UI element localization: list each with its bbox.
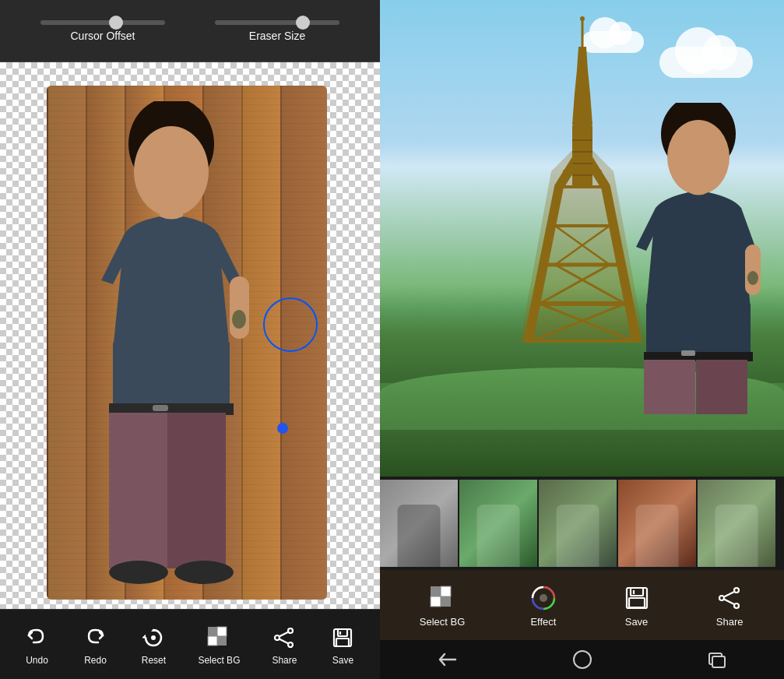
save-icon-left bbox=[329, 624, 357, 652]
svg-rect-51 bbox=[629, 598, 645, 607]
svg-rect-7 bbox=[109, 413, 167, 568]
home-button[interactable] bbox=[571, 649, 593, 670]
reset-button[interactable]: Reset bbox=[130, 617, 177, 672]
svg-rect-5 bbox=[113, 343, 230, 405]
share-icon-left bbox=[270, 624, 298, 652]
back-button[interactable] bbox=[437, 649, 459, 670]
redo-icon bbox=[81, 624, 109, 652]
thumbnail-4[interactable] bbox=[618, 480, 696, 567]
svg-rect-8 bbox=[167, 413, 226, 568]
svg-point-4 bbox=[232, 310, 246, 329]
svg-rect-46 bbox=[441, 596, 451, 607]
svg-rect-45 bbox=[431, 596, 441, 607]
svg-point-53 bbox=[734, 588, 739, 593]
cursor-offset-thumb[interactable] bbox=[109, 16, 123, 30]
svg-point-55 bbox=[719, 596, 724, 600]
svg-rect-43 bbox=[431, 586, 441, 596]
select-bg-button-left[interactable]: Select BG bbox=[188, 617, 249, 672]
reset-label: Reset bbox=[142, 655, 166, 666]
thumbnail-5[interactable] bbox=[698, 480, 775, 567]
svg-point-11 bbox=[174, 561, 234, 584]
select-bg-label: Select BG bbox=[420, 616, 466, 628]
save-button-right[interactable]: Save bbox=[606, 577, 667, 634]
select-bg-icon bbox=[427, 583, 457, 613]
cloud-1 bbox=[659, 47, 753, 78]
svg-rect-60 bbox=[712, 656, 725, 667]
svg-rect-36 bbox=[745, 245, 761, 295]
svg-line-20 bbox=[279, 632, 289, 636]
redo-label: Redo bbox=[84, 655, 107, 666]
svg-point-28 bbox=[580, 16, 585, 21]
thumbnail-3[interactable] bbox=[539, 480, 617, 567]
save-icon-right bbox=[622, 583, 652, 613]
svg-rect-23 bbox=[338, 629, 347, 636]
main-photo-area bbox=[380, 0, 784, 477]
cursor-offset-label: Cursor Offset bbox=[71, 30, 135, 42]
left-panel: Cursor Offset Eraser Size bbox=[0, 0, 380, 679]
thumbnail-strip bbox=[380, 477, 784, 570]
eraser-size-label: Eraser Size bbox=[249, 30, 305, 42]
svg-rect-38 bbox=[646, 304, 751, 354]
recent-apps-button[interactable] bbox=[706, 649, 728, 670]
canvas-area[interactable] bbox=[0, 62, 380, 609]
effect-button[interactable]: Effect bbox=[513, 577, 574, 634]
svg-point-58 bbox=[574, 651, 591, 668]
left-bottom-toolbar: Undo Redo Reset bbox=[0, 609, 380, 679]
svg-rect-41 bbox=[696, 360, 747, 414]
svg-point-34 bbox=[667, 120, 730, 195]
svg-rect-42 bbox=[681, 350, 695, 356]
svg-point-12 bbox=[151, 635, 156, 640]
save-label-left: Save bbox=[332, 655, 353, 666]
undo-label: Undo bbox=[26, 655, 48, 666]
svg-point-54 bbox=[734, 603, 739, 608]
svg-point-48 bbox=[540, 594, 547, 602]
eraser-cursor bbox=[263, 297, 318, 352]
select-bg-button[interactable]: Select BG bbox=[404, 577, 481, 634]
eraser-size-control: Eraser Size bbox=[199, 20, 356, 42]
save-label-right: Save bbox=[625, 616, 649, 628]
effect-icon bbox=[529, 583, 558, 613]
svg-rect-3 bbox=[230, 276, 249, 339]
thumbnail-2[interactable] bbox=[459, 480, 537, 567]
svg-point-10 bbox=[109, 561, 168, 584]
right-panel: Select BG Effect bbox=[380, 0, 784, 679]
save-button-left[interactable]: Save bbox=[319, 617, 366, 672]
svg-point-18 bbox=[288, 642, 293, 647]
eraser-size-track[interactable] bbox=[215, 20, 339, 25]
select-bg-icon-left bbox=[205, 624, 233, 652]
svg-rect-24 bbox=[336, 639, 349, 646]
cursor-offset-control: Cursor Offset bbox=[24, 20, 181, 42]
svg-line-21 bbox=[279, 639, 289, 643]
svg-rect-40 bbox=[644, 360, 695, 414]
svg-point-19 bbox=[275, 635, 279, 640]
svg-rect-44 bbox=[441, 586, 451, 596]
svg-rect-26 bbox=[572, 125, 592, 187]
share-button-left[interactable]: Share bbox=[261, 617, 308, 672]
cursor-offset-track[interactable] bbox=[40, 20, 165, 25]
share-icon-right bbox=[715, 583, 744, 613]
controls-bar: Cursor Offset Eraser Size bbox=[0, 0, 380, 62]
reset-icon bbox=[139, 624, 167, 652]
svg-rect-16 bbox=[217, 636, 227, 646]
thumbnail-1[interactable] bbox=[380, 480, 458, 567]
undo-button[interactable]: Undo bbox=[13, 617, 60, 672]
svg-rect-9 bbox=[153, 405, 168, 411]
svg-rect-50 bbox=[631, 588, 643, 596]
svg-point-37 bbox=[747, 271, 758, 285]
svg-rect-13 bbox=[208, 627, 217, 636]
composite-person bbox=[624, 103, 772, 414]
action-bar: Select BG Effect bbox=[380, 570, 784, 640]
undo-icon bbox=[23, 624, 51, 652]
select-bg-label-left: Select BG bbox=[198, 655, 240, 666]
system-nav-bar bbox=[380, 640, 784, 679]
svg-rect-15 bbox=[208, 636, 217, 646]
svg-line-57 bbox=[724, 599, 734, 604]
effect-label: Effect bbox=[530, 616, 556, 628]
share-label-right: Share bbox=[716, 616, 744, 628]
svg-rect-14 bbox=[217, 627, 227, 636]
share-button-right[interactable]: Share bbox=[699, 577, 760, 634]
svg-line-56 bbox=[724, 592, 734, 597]
redo-button[interactable]: Redo bbox=[72, 617, 118, 672]
share-label-left: Share bbox=[272, 655, 297, 666]
eraser-size-thumb[interactable] bbox=[296, 16, 310, 30]
